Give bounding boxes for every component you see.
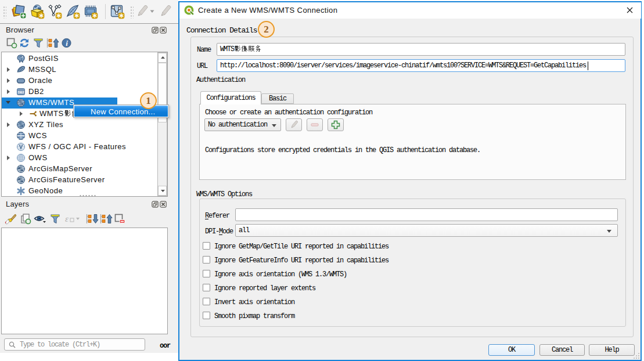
edit-auth-button[interactable]: [286, 118, 302, 131]
filter-legend-icon[interactable]: [49, 213, 61, 225]
expand-icon[interactable]: [20, 111, 23, 116]
tree-item-db2[interactable]: DB2DB2: [2, 86, 156, 97]
collapse-icon[interactable]: [6, 101, 10, 104]
auth-config-combo[interactable]: No authentication: [204, 118, 281, 131]
current-edits-icon[interactable]: [135, 4, 150, 19]
open-layer-styling-icon[interactable]: [5, 213, 16, 225]
layers-float-button[interactable]: [152, 201, 159, 208]
context-menu: New Connection...: [73, 104, 169, 118]
data-source-manager-icon[interactable]: [12, 4, 27, 19]
tree-item-wcs[interactable]: WCS: [2, 130, 156, 141]
add-group-icon[interactable]: [20, 213, 31, 225]
new-spatialite-layer-icon[interactable]: [65, 4, 80, 19]
filter-browser-icon[interactable]: [33, 37, 44, 49]
new-geopackage-layer-icon[interactable]: [30, 4, 45, 19]
filter-by-expression-icon[interactable]: ε: [64, 213, 80, 225]
button-label: Help: [589, 346, 634, 354]
scroll-down-button[interactable]: [158, 186, 167, 196]
tree-item-label: MSSQL: [28, 65, 56, 74]
properties-widget-icon[interactable]: i: [61, 37, 73, 49]
dialog-close-icon[interactable]: [625, 5, 635, 16]
url-field[interactable]: http://localhost:8090/iserver/services/i…: [217, 59, 625, 72]
toolbar-grip[interactable]: [3, 6, 6, 19]
dpi-mode-combo[interactable]: all: [235, 224, 618, 237]
layers-close-button[interactable]: [160, 201, 167, 208]
expand-icon[interactable]: [7, 78, 10, 83]
new-virtual-layer-icon[interactable]: [83, 4, 98, 19]
wcs-icon: [16, 131, 26, 140]
toolbar-grip[interactable]: [130, 6, 134, 19]
add-auth-button[interactable]: [328, 118, 344, 131]
layers-panel-title: Layers: [6, 200, 29, 208]
postgis-icon: [16, 54, 26, 63]
remove-layer-icon[interactable]: [114, 213, 125, 225]
refresh-icon[interactable]: [19, 37, 30, 49]
manage-map-themes-icon[interactable]: [34, 213, 48, 225]
cancel-button[interactable]: Cancel: [539, 344, 585, 356]
browser-scrollbar[interactable]: [157, 52, 167, 196]
tree-item-oracle[interactable]: Oracle: [2, 75, 156, 86]
tab-basic[interactable]: Basic: [261, 93, 294, 104]
expand-all-icon[interactable]: [85, 213, 99, 225]
arcgis-feature-server-icon: [16, 175, 26, 185]
browser-float-button[interactable]: [152, 27, 159, 34]
checkbox-1[interactable]: [203, 256, 210, 263]
name-label: Name: [197, 46, 211, 54]
ok-button[interactable]: OK: [488, 344, 535, 356]
current-edits-dropdown-icon[interactable]: [150, 10, 154, 13]
status-bar: Type to locate (Ctrl+K) oor: [0, 335, 178, 353]
oracle-icon: [16, 76, 26, 85]
help-button[interactable]: Help: [589, 344, 635, 356]
expand-icon[interactable]: [7, 67, 10, 72]
tree-item-xyz-tiles[interactable]: XYZ Tiles: [2, 119, 156, 130]
auth-note: Configurations store encrypted credentia…: [205, 146, 480, 154]
expand-icon[interactable]: [7, 89, 10, 94]
panel-splitter-dots[interactable]: [79, 194, 96, 197]
screen: Browser i PostGISMSSQLOracleDB2DB2WMS/WM…: [0, 0, 644, 361]
name-field-value: WMTS: [220, 45, 262, 53]
url-label: URL: [197, 62, 207, 70]
checkbox-2[interactable]: [203, 270, 210, 277]
name-field[interactable]: WMTS: [217, 43, 625, 56]
text-cursor: [588, 62, 588, 70]
checkbox-5[interactable]: [203, 312, 210, 319]
db2-icon: DB2: [16, 87, 26, 96]
wms-icon: [16, 98, 26, 107]
referer-label: Referer: [205, 212, 229, 220]
layers-panel: Layers ε: [0, 197, 171, 335]
collapse-all-icon[interactable]: [99, 213, 113, 225]
checkbox-3[interactable]: [203, 284, 210, 291]
geonode-icon: [16, 186, 26, 196]
new-shapefile-layer-icon[interactable]: [47, 4, 62, 19]
collapse-all-icon[interactable]: [45, 37, 59, 49]
tab-configurations[interactable]: Configurations: [200, 91, 261, 104]
dialog-titlebar[interactable]: Create a New WMS/WMTS Connection: [179, 2, 641, 19]
referer-mnemonic-underline: [205, 219, 208, 219]
locator-placeholder: Type to locate (Ctrl+K): [20, 341, 100, 349]
checkbox-0[interactable]: [203, 242, 210, 250]
referer-field[interactable]: [235, 208, 618, 221]
tree-item-arcgisfeatureserver[interactable]: ArcGisFeatureServer: [2, 174, 156, 185]
locator-search-box[interactable]: Type to locate (Ctrl+K): [4, 338, 145, 351]
expand-icon[interactable]: [7, 122, 10, 127]
dialog-title: Create a New WMS/WMTS Connection: [198, 6, 337, 15]
tree-item-postgis[interactable]: PostGIS: [2, 53, 156, 64]
checkbox-4[interactable]: [203, 298, 210, 305]
new-temporary-scratch-layer-icon[interactable]: [110, 4, 125, 19]
tree-item-label: PostGIS: [28, 54, 59, 63]
add-selected-layers-icon[interactable]: [6, 37, 17, 49]
toggle-editing-icon[interactable]: [158, 4, 173, 19]
tree-item-label: OWS: [28, 153, 48, 162]
tree-item-arcgismapserver[interactable]: ArcGisMapServer: [2, 163, 156, 174]
remove-auth-button[interactable]: [307, 118, 323, 131]
tree-item-label: ArcGisFeatureServer: [28, 175, 105, 184]
tree-item-ows[interactable]: OWS: [2, 152, 156, 163]
annotation-circle-2: 2: [258, 21, 275, 38]
browser-close-button[interactable]: [160, 27, 167, 34]
scroll-up-button[interactable]: [158, 53, 167, 63]
expand-icon[interactable]: [7, 156, 10, 160]
menu-item-new-connection[interactable]: New Connection...: [74, 106, 168, 117]
tree-item-mssql[interactable]: MSSQL: [2, 64, 156, 75]
layers-list: [1, 228, 168, 334]
tree-item-wfs-ogc-api-features[interactable]: WFS / OGC API - Features: [2, 141, 156, 152]
